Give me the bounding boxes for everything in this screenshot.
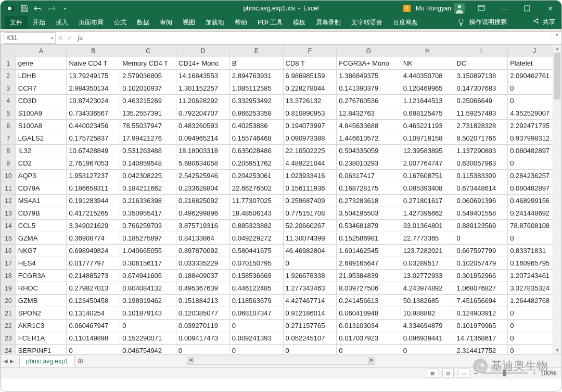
cell[interactable]: 0.698949824: [67, 245, 120, 257]
cell[interactable]: 0.151884213: [176, 295, 230, 307]
cell[interactable]: 0: [454, 232, 508, 245]
cell[interactable]: 4.243974892: [401, 282, 454, 295]
cell[interactable]: AKR1C3: [16, 320, 67, 332]
row-header[interactable]: 6: [1, 120, 16, 132]
tab-review[interactable]: 审阅: [155, 16, 177, 29]
cell[interactable]: 0.124903912: [454, 307, 508, 320]
tab-formulas[interactable]: 公式: [109, 16, 132, 29]
cell[interactable]: 2.314417752: [454, 345, 508, 355]
cell[interactable]: 7.451656694: [454, 295, 508, 307]
cell[interactable]: 0.273283618: [337, 195, 401, 207]
cell[interactable]: 0.549401558: [454, 207, 508, 220]
cell[interactable]: 0.052245107: [283, 332, 337, 345]
cell[interactable]: 0.667597799: [454, 245, 508, 257]
cell[interactable]: LDHB: [16, 70, 67, 82]
cell[interactable]: 0.228278044: [283, 82, 337, 95]
tab-screenrec[interactable]: 屏幕录制: [311, 16, 346, 29]
cell[interactable]: 0.115383309: [454, 170, 508, 182]
cell[interactable]: 2.984350134: [67, 82, 120, 95]
cell[interactable]: 21.95384839: [337, 270, 401, 282]
enter-formula-icon[interactable]: ✓: [65, 34, 74, 42]
row-header[interactable]: 13: [1, 207, 16, 220]
col-header[interactable]: E: [229, 45, 283, 57]
cell[interactable]: 0.204253061: [229, 170, 283, 182]
tab-addins[interactable]: 加载项: [200, 16, 229, 29]
cell[interactable]: 4.489221044: [283, 157, 337, 170]
cell[interactable]: 0.033335229: [176, 257, 230, 270]
cell[interactable]: 0.271157765: [283, 320, 337, 332]
row-header[interactable]: 22: [1, 320, 16, 332]
cell[interactable]: 11.30074399: [283, 232, 337, 245]
cell[interactable]: 4.427467714: [283, 295, 337, 307]
cell[interactable]: 0.279827013: [67, 282, 120, 295]
cell[interactable]: 0.049229272: [229, 232, 283, 245]
row-header[interactable]: 4: [1, 95, 16, 107]
cell[interactable]: 0.301952966: [454, 270, 508, 282]
cell[interactable]: 0: [283, 257, 337, 270]
cell[interactable]: 22.66276502: [229, 182, 283, 195]
row-header[interactable]: 15: [1, 232, 16, 245]
cell[interactable]: 1.601462545: [337, 245, 401, 257]
sheet-tab-active[interactable]: pbmc.avg.exp1: [19, 356, 75, 366]
cell[interactable]: 11.59257483: [454, 107, 508, 120]
cell[interactable]: 0.01777797: [67, 257, 120, 270]
cell[interactable]: CD2: [16, 157, 67, 170]
cell[interactable]: 13.3726132: [283, 95, 337, 107]
cell[interactable]: 18.18003318: [176, 145, 230, 157]
row-header[interactable]: 18: [1, 270, 16, 282]
cell[interactable]: 14.71368617: [454, 332, 508, 345]
minimize-button[interactable]: —: [493, 1, 516, 16]
cell[interactable]: 0: [401, 345, 454, 355]
cell[interactable]: 2.007764747: [401, 157, 454, 170]
cell[interactable]: 50.1382685: [401, 295, 454, 307]
row-header[interactable]: 3: [1, 82, 16, 95]
cell[interactable]: 0.118563679: [229, 295, 283, 307]
cell[interactable]: NK: [401, 57, 454, 70]
row-header[interactable]: 10: [1, 170, 16, 182]
cell[interactable]: 0.792204707: [176, 107, 230, 120]
cell[interactable]: 0.25066649: [454, 95, 508, 107]
row-header[interactable]: 5: [1, 107, 16, 120]
cell[interactable]: 1.926678338: [283, 270, 337, 282]
tab-template[interactable]: 模板: [288, 16, 311, 29]
select-all-cell[interactable]: [1, 45, 16, 57]
qat-customize-icon[interactable]: ▾: [61, 4, 69, 12]
cell[interactable]: 2.761967053: [67, 157, 120, 170]
col-header[interactable]: B: [67, 45, 120, 57]
cell[interactable]: 0.673448614: [454, 182, 508, 195]
row-header[interactable]: 11: [1, 182, 16, 195]
cell[interactable]: 1.277343463: [283, 282, 337, 295]
cell[interactable]: 0.03289517: [401, 257, 454, 270]
cell[interactable]: 0: [176, 345, 230, 355]
row-header[interactable]: 23: [1, 332, 16, 345]
tell-me-search[interactable]: 操作说明搜索: [469, 18, 507, 27]
cell[interactable]: 0.233628804: [176, 182, 230, 195]
col-header[interactable]: I: [454, 45, 508, 57]
cell[interactable]: 1.301152257: [176, 82, 230, 95]
cell[interactable]: CD79B: [16, 207, 67, 220]
cell[interactable]: 1.085112585: [229, 82, 283, 95]
cell[interactable]: 4.440350708: [401, 70, 454, 82]
cell[interactable]: 3.875719316: [176, 220, 230, 232]
cell[interactable]: 0.109718158: [401, 132, 454, 145]
cell[interactable]: CD14+ Mono: [176, 57, 230, 70]
cell[interactable]: 0.205951762: [229, 157, 283, 170]
tab-file[interactable]: 文件: [5, 16, 28, 29]
cell[interactable]: 123.7282021: [401, 245, 454, 257]
cell[interactable]: 0.534681879: [337, 220, 401, 232]
row-header[interactable]: 2: [1, 70, 16, 82]
cell[interactable]: 0.897870092: [176, 245, 230, 257]
col-header[interactable]: G: [337, 45, 401, 57]
cell[interactable]: Memory CD4 T: [120, 57, 176, 70]
cell[interactable]: 0.046754942: [120, 345, 176, 355]
cell[interactable]: 0.214885273: [67, 270, 120, 282]
cell[interactable]: CCL5: [16, 220, 67, 232]
cell[interactable]: 0.123450458: [67, 295, 120, 307]
cell[interactable]: 3.349021629: [67, 220, 120, 232]
cell[interactable]: 1.121644513: [401, 95, 454, 107]
col-header[interactable]: D: [176, 45, 230, 57]
cell[interactable]: 1.068076827: [454, 282, 508, 295]
cancel-formula-icon[interactable]: ✕: [56, 34, 65, 42]
cell[interactable]: 0: [120, 320, 176, 332]
cell[interactable]: S100A8: [16, 120, 67, 132]
